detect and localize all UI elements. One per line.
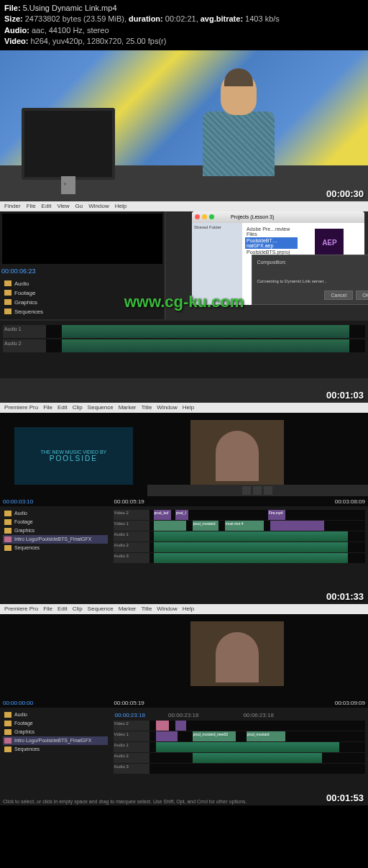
track-v1[interactable]: Video 1 [114, 521, 150, 531]
bin-graphics[interactable]: Graphics [3, 728, 108, 736]
program-monitor[interactable]: 00:03:08:09 [147, 413, 368, 506]
menu-edit[interactable]: Edit [42, 203, 52, 210]
sidebar-shared[interactable]: Shared Folder [194, 225, 240, 229]
source-monitor[interactable] [2, 214, 162, 264]
source-monitor[interactable]: 00:00:00:00 00:00:05:19 [0, 614, 147, 708]
source-video: THE NEW MUSIC VIDEO BY POOLSIDE [14, 427, 133, 485]
close-icon[interactable] [195, 214, 200, 219]
track-header-audio1[interactable]: Audio 1 [3, 325, 46, 338]
menu-window[interactable]: Window [157, 404, 177, 411]
bin-footage[interactable]: Footage [3, 719, 108, 728]
timeline-clip[interactable]: must mut 4 [225, 521, 264, 531]
zoom-icon[interactable] [209, 214, 214, 219]
bin-intro-logo[interactable]: Intro Logo/PoolsideBTS_FinalGFX [3, 736, 108, 745]
audio-clip[interactable] [154, 531, 348, 542]
menu-finder[interactable]: Finder [4, 203, 21, 210]
file-row-1[interactable]: PoolsideBT…nalGFX.aep [245, 237, 298, 249]
bin-audio[interactable]: Audio [3, 509, 108, 518]
bin-footage[interactable]: Footage [3, 518, 108, 526]
track-a3[interactable]: Audio 3 [114, 764, 150, 774]
ae-icon [4, 738, 12, 744]
menu-marker[interactable]: Marker [119, 606, 137, 613]
track-a1[interactable]: Audio 1 [114, 742, 150, 752]
audio-clip[interactable] [154, 542, 348, 552]
source-tc: 00:00:03:10 [3, 498, 33, 505]
folder-icon [4, 746, 12, 752]
menu-sequence[interactable]: Sequence [88, 404, 114, 411]
audio-clip[interactable] [62, 339, 349, 352]
premiere-menubar[interactable]: Premiere Pro File Edit Clip Sequence Mar… [0, 604, 368, 614]
menu-file[interactable]: File [43, 606, 52, 613]
menu-app[interactable]: Premiere Pro [4, 404, 38, 411]
track-v2[interactable]: Video 2 [114, 510, 150, 520]
step-back-button[interactable] [253, 486, 262, 495]
minimize-icon[interactable] [202, 214, 207, 219]
menu-help[interactable]: Help [183, 606, 194, 613]
source-monitor[interactable]: THE NEW MUSIC VIDEO BY POOLSIDE 00:00:03… [0, 413, 147, 506]
track-header-audio2[interactable]: Audio 2 [3, 339, 46, 352]
menu-view[interactable]: View [57, 203, 69, 210]
finder-title: Projects (Lesson 3) [231, 214, 274, 219]
timeline-clip[interactable] [270, 521, 324, 531]
cancel-button[interactable]: Cancel [324, 291, 353, 300]
menu-window[interactable]: Window [157, 606, 177, 613]
bin-intro-logo[interactable]: Intro Logo/PoolsideBTS_FinalGFX [3, 535, 108, 544]
timeline-clip[interactable]: Fire.mp4 [268, 510, 285, 520]
menu-help[interactable]: Help [115, 203, 126, 210]
bin-graphics[interactable]: Graphics [3, 526, 108, 535]
import-ae-dialog[interactable]: Composition: Connecting to Dynamic Link … [252, 255, 368, 305]
track-v1[interactable]: Video 1 [114, 731, 150, 741]
bin-audio[interactable]: Audio [3, 711, 108, 719]
menu-edit[interactable]: Edit [58, 404, 68, 411]
timeline-panel[interactable]: Audio 1 Audio 2 [0, 321, 368, 378]
menu-clip[interactable]: Clip [73, 404, 83, 411]
timeline-clip[interactable] [156, 731, 178, 741]
timeline-panel[interactable]: 00:00:23:18 00:00:23:18 00:06:23:18 Vide… [111, 708, 368, 794]
audio-clip[interactable] [154, 553, 348, 563]
audio-clip[interactable] [193, 753, 322, 763]
project-panel[interactable]: Audio Footage Graphics Intro Logo/Poolsi… [0, 506, 111, 593]
track-a1[interactable]: Audio 1 [114, 531, 150, 542]
timeline-panel[interactable]: Video 2 prod_bof prod_f Fire.mp4 Video 1… [111, 506, 368, 593]
finder-menubar[interactable]: Finder File Edit View Go Window Help [0, 201, 368, 211]
track-v2[interactable]: Video 2 [114, 721, 150, 731]
track-a2[interactable]: Audio 2 [114, 542, 150, 552]
timeline-clip[interactable]: prod_bof [154, 510, 171, 520]
menu-go[interactable]: Go [75, 203, 83, 210]
bin-sequences[interactable]: Sequences [3, 544, 108, 552]
menu-app[interactable]: Premiere Pro [4, 606, 38, 613]
menu-title[interactable]: Title [142, 606, 152, 613]
menu-help[interactable]: Help [183, 404, 194, 411]
file-row-0[interactable]: Adobe Pre…review Files [245, 226, 298, 237]
timeline-clip[interactable]: prod_mustard [247, 731, 285, 741]
menu-sequence[interactable]: Sequence [88, 606, 114, 613]
bin-sequences[interactable]: Sequences [3, 745, 108, 754]
audio-clip[interactable] [62, 325, 349, 338]
step-fwd-button[interactable] [264, 486, 272, 495]
program-controls[interactable] [147, 485, 368, 496]
timeline-clip[interactable] [156, 721, 169, 731]
finder-titlebar[interactable]: Projects (Lesson 3) [192, 211, 364, 223]
menu-marker[interactable]: Marker [119, 404, 137, 411]
ok-button[interactable]: OK [356, 291, 368, 300]
menu-title[interactable]: Title [142, 404, 152, 411]
source-title-text: THE NEW MUSIC VIDEO BY [41, 449, 107, 454]
timeline-clip[interactable]: prod_mustard [193, 521, 218, 531]
menu-window[interactable]: Window [88, 203, 109, 210]
menu-file[interactable]: File [27, 203, 36, 210]
play-button[interactable] [242, 486, 251, 495]
timeline-clip[interactable]: prod_mustard_new02 [193, 731, 236, 741]
premiere-menubar[interactable]: Premiere Pro File Edit Clip Sequence Mar… [0, 403, 368, 413]
menu-file[interactable]: File [43, 404, 52, 411]
track-a3[interactable]: Audio 3 [114, 553, 150, 563]
timeline-clip[interactable] [154, 521, 186, 531]
track-a2[interactable]: Audio 2 [114, 753, 150, 763]
menu-edit[interactable]: Edit [58, 606, 68, 613]
timeline-clip[interactable]: prod_f [175, 510, 188, 520]
project-panel[interactable]: Audio Footage Graphics Intro Logo/Poolsi… [0, 708, 111, 794]
menu-clip[interactable]: Clip [73, 606, 83, 613]
timeline-clip[interactable] [175, 721, 186, 731]
audio-clip[interactable] [156, 742, 339, 752]
bin-audio[interactable]: Audio [3, 279, 162, 288]
program-monitor[interactable]: 00:03:09:09 [147, 614, 368, 708]
